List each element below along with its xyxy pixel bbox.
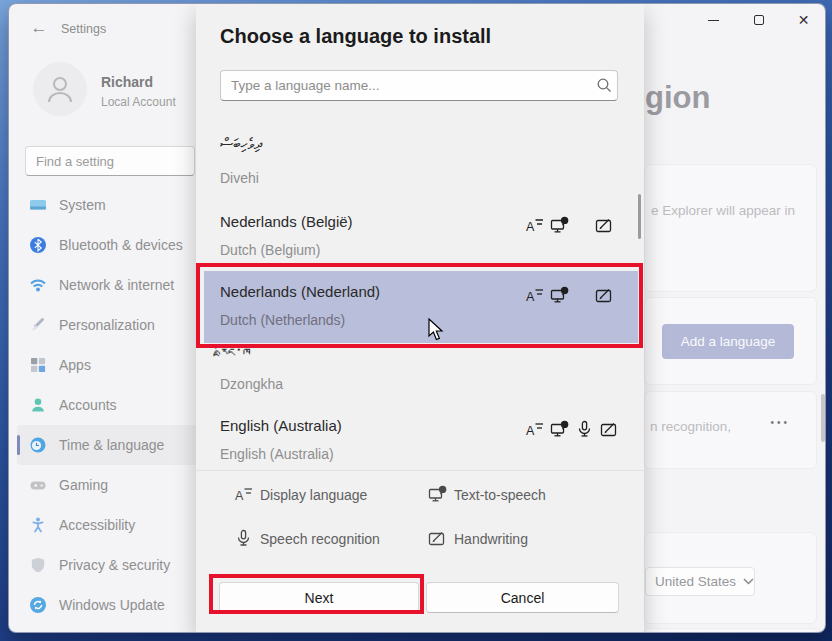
text-to-speech-icon — [549, 419, 569, 439]
text-to-speech-icon — [549, 285, 569, 305]
sidebar-nav: System Bluetooth & devices Network & int… — [17, 185, 199, 625]
time-language-icon — [29, 436, 47, 454]
language-native-name: ދިވެހިބަސް — [220, 135, 262, 153]
minimize-icon — [708, 20, 719, 21]
dialog-title: Choose a language to install — [220, 25, 491, 48]
sidebar-item-accessibility[interactable]: Accessibility — [17, 505, 199, 545]
cancel-button[interactable]: Cancel — [426, 582, 619, 613]
update-icon — [29, 596, 47, 614]
legend-handwriting: Handwriting — [428, 529, 528, 548]
language-native-name: Nederlands (Nederland) — [220, 283, 380, 300]
display-language-icon: A — [524, 215, 544, 235]
more-icon[interactable]: ••• — [770, 417, 790, 428]
language-english-name: Divehi — [220, 170, 259, 186]
person-icon — [43, 72, 77, 106]
language-native-name: English (Australia) — [220, 417, 342, 434]
region-dropdown[interactable]: United States — [645, 567, 755, 596]
speech-card-text: n recognition, — [650, 419, 731, 434]
speech-recognition-icon — [574, 419, 594, 439]
sidebar-item-windows-update[interactable]: Windows Update — [17, 585, 199, 625]
language-row-dutch-netherlands-selected[interactable] — [204, 271, 638, 343]
sidebar-item-gaming[interactable]: Gaming — [17, 465, 199, 505]
sidebar-item-privacy[interactable]: Privacy & security — [17, 545, 199, 585]
user-account-type: Local Account — [101, 95, 176, 109]
search-icon — [596, 77, 613, 94]
display-language-icon: A — [234, 485, 253, 504]
language-english-name: Dutch (Belgium) — [220, 242, 320, 258]
avatar[interactable] — [33, 62, 87, 116]
accounts-icon — [29, 396, 47, 414]
language-search-input[interactable] — [220, 70, 618, 101]
choose-language-dialog: Choose a language to install ދިވެހިބަސް … — [196, 4, 644, 633]
dialog-scrollbar[interactable] — [638, 194, 641, 239]
region-card: United States — [644, 532, 817, 624]
close-button[interactable]: ✕ — [781, 4, 826, 36]
display-language-icon: A — [524, 419, 544, 439]
speech-recognition-icon — [234, 529, 253, 548]
window-title: Settings — [61, 22, 106, 36]
brush-icon — [29, 316, 47, 334]
sidebar-item-bluetooth[interactable]: Bluetooth & devices — [17, 225, 199, 265]
divider — [196, 470, 644, 471]
apps-icon — [29, 356, 47, 374]
display-language-card: e Explorer will appear in — [644, 164, 817, 292]
language-english-name: English (Australia) — [220, 446, 334, 462]
legend-display-language: A Display language — [234, 485, 367, 504]
text-to-speech-icon — [428, 485, 447, 504]
svg-text:A: A — [526, 220, 535, 234]
window-controls: ✕ — [691, 4, 826, 36]
text-to-speech-icon — [549, 215, 569, 235]
language-feature-icons: A — [524, 215, 614, 235]
gamepad-icon — [29, 476, 47, 494]
add-language-button[interactable]: Add a language — [662, 324, 794, 359]
svg-text:A: A — [235, 489, 244, 503]
regional-format-card — [644, 628, 817, 633]
language-english-name: Dzongkha — [220, 376, 283, 392]
maximize-icon — [754, 15, 764, 25]
sidebar-item-time-language[interactable]: Time & language — [17, 425, 199, 465]
handwriting-icon — [594, 215, 614, 235]
settings-window: ← Settings ✕ Richard Local Account Syste… — [8, 3, 826, 633]
wifi-icon — [29, 276, 47, 294]
language-native-name: Nederlands (België) — [220, 213, 353, 230]
minimize-button[interactable] — [691, 4, 736, 36]
sidebar-item-personalization[interactable]: Personalization — [17, 305, 199, 345]
user-name: Richard — [101, 74, 153, 90]
speech-card: n recognition, ••• — [644, 391, 817, 469]
display-language-card-text: e Explorer will appear in — [651, 203, 795, 218]
back-button[interactable]: ← — [27, 16, 51, 40]
svg-text:A: A — [526, 290, 535, 304]
language-row-dzongkha[interactable] — [204, 343, 638, 407]
handwriting-icon — [599, 419, 619, 439]
language-feature-icons: A — [524, 419, 619, 439]
sidebar-item-apps[interactable]: Apps — [17, 345, 199, 385]
svg-text:A: A — [526, 424, 535, 438]
region-value: United States — [655, 574, 736, 589]
handwriting-icon — [428, 529, 447, 548]
find-setting-input[interactable] — [25, 146, 195, 176]
sidebar-item-accounts[interactable]: Accounts — [17, 385, 199, 425]
display-language-icon: A — [524, 285, 544, 305]
shield-icon — [29, 556, 47, 574]
legend-text-to-speech: Text-to-speech — [428, 485, 546, 504]
language-native-name: རྫོང་ཁ — [220, 345, 250, 362]
chevron-down-icon — [743, 578, 754, 585]
close-icon: ✕ — [798, 13, 810, 27]
handwriting-icon — [594, 285, 614, 305]
desktop: ← Settings ✕ Richard Local Account Syste… — [0, 0, 832, 641]
maximize-button[interactable] — [736, 4, 781, 36]
page-scrollbar[interactable] — [821, 394, 825, 442]
accessibility-icon — [29, 516, 47, 534]
bluetooth-icon — [29, 236, 47, 254]
system-icon — [29, 196, 47, 214]
page-title-partial: gion — [645, 80, 710, 116]
legend-speech-recognition: Speech recognition — [234, 529, 380, 548]
preferred-languages-card: Add a language — [644, 297, 817, 385]
language-english-name: Dutch (Netherlands) — [220, 312, 345, 328]
sidebar-item-system[interactable]: System — [17, 185, 199, 225]
language-feature-icons: A — [524, 285, 614, 305]
language-row-divehi[interactable] — [204, 129, 638, 193]
sidebar-item-network[interactable]: Network & internet — [17, 265, 199, 305]
next-button[interactable]: Next — [219, 582, 419, 613]
